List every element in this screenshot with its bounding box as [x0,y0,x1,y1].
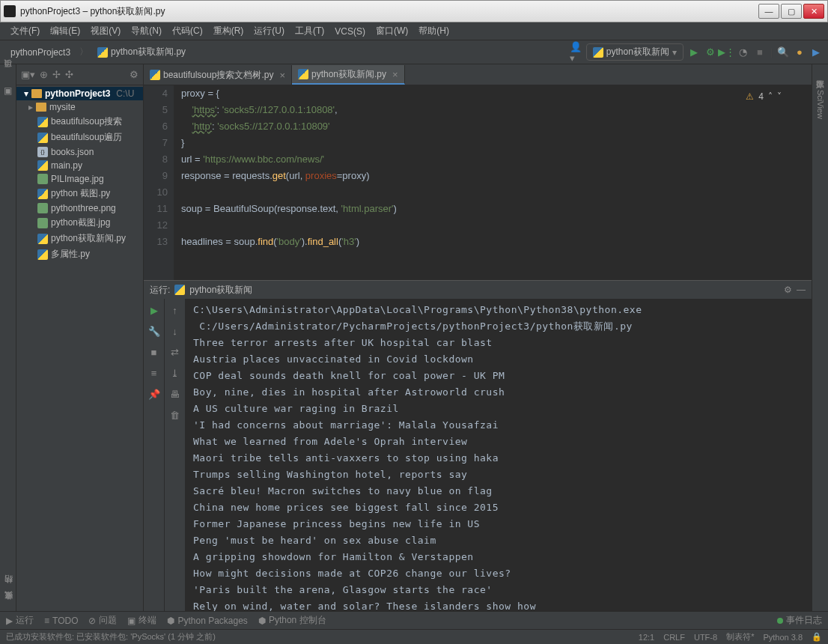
python-interpreter[interactable]: Python 3.8 [763,633,803,642]
up-icon[interactable]: ↑ [168,303,182,317]
project-pane: ▣▾ ⊕ ✢ ✣ ⚙ ▾ pythonProject3 C:\U ▸mysite… [16,64,144,611]
search-everywhere-icon[interactable]: 🔍 [777,46,789,58]
menu-window[interactable]: 窗口(W) [371,23,413,39]
close-icon[interactable]: × [279,70,285,81]
close-icon[interactable]: × [392,69,398,80]
menu-file[interactable]: 文件(F) [6,23,44,39]
run-toolbar-left: ▶ 🔧 ■ ≡ 📌 [144,299,165,611]
python-icon [593,47,603,58]
code-editor[interactable]: 45678910111213 proxy = { 'https': 'socks… [144,85,812,280]
indent-info[interactable]: 制表符* [726,631,754,643]
problems-tab[interactable]: ⊘ 问题 [88,614,117,627]
wrench-icon[interactable]: 🔧 [147,324,161,338]
database-tool-button[interactable]: 数据库 [815,69,826,78]
bottom-tool-bar: ▶ 运行 ≡ TODO ⊘ 问题 ▣ 终端 ⬢ Python Packages … [0,611,828,629]
project-tree[interactable]: ▾ pythonProject3 C:\U ▸mysitebeautifulso… [16,85,143,264]
hide-icon[interactable]: — [797,285,806,295]
python-console-tab[interactable]: ⬢ Python 控制台 [258,614,326,627]
run-label: 运行: [150,284,170,297]
menu-bar: 文件(F) 编辑(E) 视图(V) 导航(N) 代码(C) 重构(R) 运行(U… [0,22,828,40]
tree-item[interactable]: pythonthree.png [16,201,143,215]
debug-button[interactable]: ⚙ [704,46,716,58]
menu-refactor[interactable]: 重构(R) [209,23,249,39]
scroll-icon[interactable]: ⤓ [168,366,182,380]
run-config-selector[interactable]: python获取新闻 ▾ [586,43,684,61]
menu-tools[interactable]: 工具(T) [290,23,329,39]
project-select-icon[interactable]: ▣▾ [21,69,35,80]
pin-icon[interactable]: 📌 [147,387,161,401]
soft-wrap-icon[interactable]: ⇄ [168,345,182,359]
menu-edit[interactable]: 编辑(E) [46,23,85,39]
rerun-button[interactable]: ▶ [147,303,161,317]
collapse-icon[interactable]: ✣ [65,69,73,80]
code-content[interactable]: proxy = { 'https': 'socks5://127.0.0.1:1… [174,85,812,280]
tree-item[interactable]: beautifulsoup遍历 [16,130,143,145]
editor-tab-active[interactable]: python获取新闻.py × [292,65,405,85]
menu-run[interactable]: 运行(U) [249,23,289,39]
editor-tab[interactable]: beautifulsoup搜索文档树.py × [144,65,292,85]
run-tool-window: 运行: python获取新闻 ⚙ — ▶ 🔧 ■ ≡ 📌 ↑ ↓ ⇄ [144,280,812,611]
file-encoding[interactable]: UTF-8 [694,633,717,642]
todo-tab[interactable]: ≡ TODO [44,616,78,626]
python-icon [174,285,185,295]
tree-item[interactable]: {}books.json [16,145,143,159]
cursor-position[interactable]: 12:1 [639,633,654,642]
ide-features-icon[interactable]: ▶ [810,46,822,58]
menu-code[interactable]: 代码(C) [168,23,207,39]
menu-help[interactable]: 帮助(H) [414,23,454,39]
tree-item[interactable]: main.py [16,159,143,172]
maximize-button[interactable]: ▢ [781,4,802,19]
layout-icon[interactable]: ≡ [147,366,161,380]
menu-view[interactable]: 视图(V) [86,23,125,39]
profile-button[interactable]: ◔ [737,46,749,58]
line-separator[interactable]: CRLF [663,633,685,642]
tree-item[interactable]: python获取新闻.py [16,231,143,246]
user-icon[interactable]: 👤▾ [570,46,582,58]
run-title: python获取新闻 [189,284,252,297]
up-icon[interactable]: ˄ [768,88,773,105]
breadcrumb-project[interactable]: pythonProject3 [6,46,75,59]
tree-item[interactable]: beautifulsoup搜索 [16,114,143,130]
structure-tool-button[interactable]: 结构 [3,586,14,595]
minimize-button[interactable]: — [758,4,779,19]
update-icon[interactable]: ● [794,46,806,58]
stop-icon[interactable]: ■ [147,345,161,359]
tree-item[interactable]: python截图.jpg [16,215,143,231]
lock-icon[interactable]: 🔒 [812,632,822,642]
breadcrumb-file[interactable]: python获取新闻.py [93,44,190,60]
trash-icon[interactable]: 🗑 [168,408,182,422]
menu-vcs[interactable]: VCS(S) [330,25,370,38]
down-icon[interactable]: ↓ [168,324,182,338]
project-pane-header: ▣▾ ⊕ ✢ ✣ ⚙ [16,64,143,85]
right-tool-strip: 数据库 SciView [812,64,828,611]
tree-root[interactable]: ▾ pythonProject3 C:\U [16,87,143,100]
terminal-tab[interactable]: ▣ 终端 [127,614,156,627]
run-tab[interactable]: ▶ 运行 [6,614,34,627]
run-button[interactable]: ▶ [688,46,700,58]
close-button[interactable]: ✕ [803,4,824,19]
editor-tabs: beautifulsoup搜索文档树.py × python获取新闻.py × [144,64,812,85]
project-tool-button[interactable]: 项目 [2,69,13,78]
console-output[interactable]: C:\Users\Administrator\AppData\Local\Pro… [186,299,812,611]
left-tool-strip: 项目 ▣ [0,64,16,611]
down-icon[interactable]: ˅ [777,88,782,105]
inspection-widget[interactable]: ⚠ 4 ˄ ˅ [746,88,782,105]
sciview-tool-button[interactable]: SciView [816,85,825,124]
tree-item[interactable]: PILImage.jpg [16,172,143,186]
tree-item[interactable]: 多属性.py [16,246,143,262]
expand-icon[interactable]: ✢ [52,69,61,80]
tree-item[interactable]: ▸mysite [16,100,143,114]
locate-icon[interactable]: ⊕ [40,69,48,80]
folder-icon[interactable]: ▣ [4,85,12,96]
gear-icon[interactable]: ⚙ [784,285,792,295]
packages-tab[interactable]: ⬢ Python Packages [167,616,247,626]
favorites-tool-button[interactable]: 收藏夹 [3,602,14,611]
run-coverage-button[interactable]: ▶⋮ [721,46,733,58]
print-icon[interactable]: 🖶 [168,387,182,401]
tree-item[interactable]: python 截图.py [16,186,143,201]
menu-navigate[interactable]: 导航(N) [127,23,166,39]
settings-icon[interactable]: ⚙ [130,69,138,80]
event-log-tab[interactable]: 事件日志 [777,614,822,627]
tab-label: beautifulsoup搜索文档树.py [163,69,273,82]
stop-button[interactable]: ■ [754,46,766,58]
